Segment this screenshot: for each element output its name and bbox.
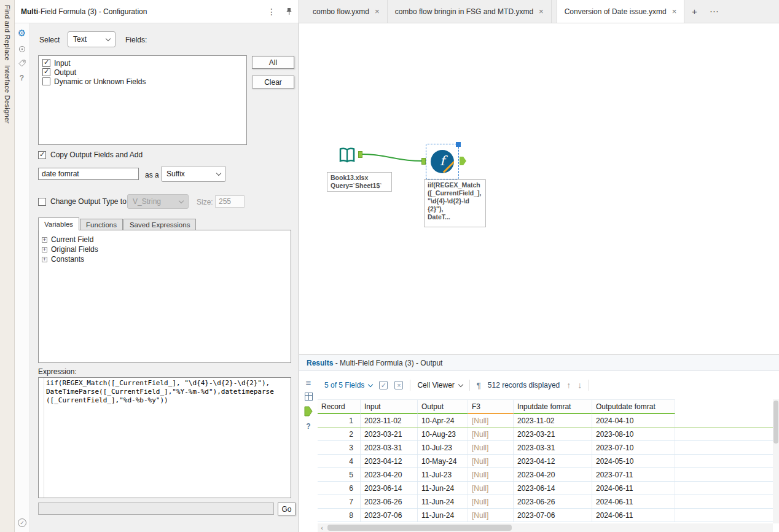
size-input[interactable]	[215, 195, 245, 208]
table-row[interactable]: 4 2023-04-12 10-May-24 [Null] 2023-04-12…	[318, 455, 773, 468]
checkbox-dynamic-field[interactable]	[42, 77, 50, 85]
output-anchor-arrow[interactable]	[460, 157, 466, 165]
table-header-row: Record Input Output F3 Inputdate fomrat …	[318, 399, 773, 414]
help-icon[interactable]: ?	[306, 422, 310, 431]
expression-search-input[interactable]	[38, 503, 274, 515]
find-replace-vtab[interactable]: Find and Replace	[0, 5, 15, 61]
config-icon-rail: ⚙ ? ✓	[15, 23, 29, 532]
workflow-canvas[interactable]: f Book13.xlsx Query=`Sheet1$` iif(REGEX_…	[299, 23, 779, 354]
scroll-left-button[interactable]: ‹	[318, 524, 326, 531]
select-all-fields-icon[interactable]: ✓	[379, 381, 388, 389]
help-icon[interactable]: ?	[20, 74, 24, 82]
column-header-outputdate[interactable]: Outputdate fomrat	[592, 399, 675, 414]
results-icon-rail: ≡ ?	[299, 371, 318, 523]
results-table: Record Input Output F3 Inputdate fomrat …	[318, 399, 773, 523]
suffix-type-dropdown[interactable]: Suffix	[161, 166, 226, 182]
navigation-icon[interactable]	[18, 45, 26, 53]
tab-combo-flow-fsg-mtd[interactable]: combo flow bringin in FSG and MTD.yxmd ×	[388, 0, 552, 23]
input-tool-caption[interactable]: Book13.xlsx Query=`Sheet1$`	[327, 172, 392, 192]
cell-output: 10-Jul-23	[418, 441, 468, 454]
expand-icon[interactable]	[42, 247, 47, 252]
multi-field-formula-tool[interactable]: f	[431, 150, 454, 173]
column-header-input[interactable]: Input	[361, 399, 418, 414]
field-item-label: Output	[54, 68, 76, 77]
deselect-fields-icon[interactable]: ×	[394, 381, 403, 389]
column-header-record[interactable]: Record	[318, 399, 361, 414]
table-row[interactable]: 3 2023-03-31 10-Jul-23 [Null] 2023-03-31…	[318, 441, 773, 455]
column-header-f3[interactable]: F3	[468, 399, 514, 414]
pin-icon[interactable]	[286, 7, 292, 15]
checkbox-input-field[interactable]	[42, 59, 50, 67]
vertical-scrollbar[interactable]	[773, 399, 779, 523]
table-row[interactable]: 7 2023-06-26 11-Jun-24 [Null] 2023-06-26…	[318, 495, 773, 509]
tree-item-constants[interactable]: Constants	[42, 254, 288, 264]
field-list[interactable]: Input Output Dynamic or Unknown Fields	[38, 55, 247, 145]
input-data-tool[interactable]	[335, 144, 359, 167]
panel-title-bold: Multi	[21, 7, 38, 16]
tree-item-original-fields[interactable]: Original Fields	[42, 244, 288, 254]
field-item-dynamic[interactable]: Dynamic or Unknown Fields	[42, 77, 243, 86]
formula-tool-annotation[interactable]: iif(REGEX_Match ([_CurrentField_], "\d{4…	[424, 179, 486, 227]
grid-view-icon[interactable]	[305, 393, 313, 401]
clear-button[interactable]: Clear	[252, 76, 294, 88]
checkbox-output-field[interactable]	[42, 68, 50, 76]
up-arrow-button[interactable]: ↑	[566, 380, 571, 390]
field-type-dropdown[interactable]: Text	[68, 31, 115, 47]
toolbar-separator	[589, 380, 589, 391]
output-anchor[interactable]	[358, 151, 362, 158]
field-item-label: Input	[54, 59, 71, 68]
table-row[interactable]: 8 2023-07-06 11-Jun-24 [Null] 2023-07-06…	[318, 509, 773, 522]
tab-saved-expressions[interactable]: Saved Expressions	[123, 219, 196, 230]
column-header-output[interactable]: Output	[418, 399, 468, 414]
expand-icon[interactable]	[42, 257, 47, 262]
expression-label: Expression:	[38, 367, 77, 376]
field-item-input[interactable]: Input	[42, 58, 243, 68]
input-anchor[interactable]	[421, 158, 426, 165]
cell-viewer-dropdown[interactable]: Cell Viewer	[417, 381, 462, 389]
close-icon[interactable]: ×	[375, 7, 380, 16]
close-icon[interactable]: ×	[539, 7, 544, 16]
table-row[interactable]: 2 2023-03-21 10-Aug-23 [Null] 2023-03-21…	[318, 428, 773, 441]
tab-variables[interactable]: Variables	[38, 217, 79, 230]
list-view-icon[interactable]: ≡	[306, 378, 311, 387]
kebab-menu-icon[interactable]: ⋮	[267, 7, 276, 17]
selection-handle[interactable]	[456, 142, 461, 147]
output-type-dropdown[interactable]: V_String	[127, 194, 189, 209]
tab-functions[interactable]: Functions	[80, 219, 123, 230]
down-arrow-button[interactable]: ↓	[577, 380, 582, 390]
field-item-output[interactable]: Output	[42, 68, 243, 77]
variables-tree[interactable]: Current Field Original Fields Constants	[38, 230, 291, 363]
cell-f3: [Null]	[468, 509, 514, 522]
expand-icon[interactable]	[42, 237, 47, 243]
table-row[interactable]: 5 2023-04-20 11-Jul-23 [Null] 2023-04-20…	[318, 468, 773, 482]
column-header-inputdate[interactable]: Inputdate fomrat	[514, 399, 592, 414]
table-row[interactable]: 6 2023-06-14 11-Jun-24 [Null] 2023-06-14…	[318, 482, 773, 495]
tree-item-label: Constants	[51, 255, 84, 264]
copy-output-checkbox[interactable]	[38, 151, 46, 159]
chevron-down-icon	[458, 381, 463, 386]
horizontal-scrollbar[interactable]: ‹	[318, 523, 773, 532]
interface-designer-vtab[interactable]: Interface Designer	[0, 65, 15, 123]
fields-dropdown[interactable]: 5 of 5 Fields	[324, 381, 372, 389]
scrollbar-thumb[interactable]	[773, 401, 778, 444]
new-tab-button[interactable]: +	[684, 0, 704, 23]
tab-conversion-of-date-issue[interactable]: Conversion of Date issue.yxmd ×	[557, 0, 685, 23]
check-circle-icon[interactable]: ✓	[18, 518, 26, 527]
output-anchor-icon[interactable]	[304, 406, 313, 417]
go-button[interactable]: Go	[278, 503, 296, 515]
gear-icon[interactable]: ⚙	[18, 28, 26, 39]
suffix-text-input[interactable]	[38, 168, 139, 180]
table-row[interactable]: 1 2023-11-02 10-Apr-24 [Null] 2023-11-02…	[318, 414, 773, 428]
more-tabs-button[interactable]: ⋯	[704, 0, 724, 23]
records-count: 512 records displayed	[488, 381, 560, 389]
cell-input: 2023-04-12	[361, 455, 418, 467]
all-button[interactable]: All	[252, 56, 294, 69]
tag-icon[interactable]	[18, 60, 26, 67]
change-output-type-checkbox[interactable]	[38, 198, 46, 206]
tree-item-current-field[interactable]: Current Field	[42, 235, 288, 244]
pilcrow-icon[interactable]: ¶	[477, 381, 481, 390]
expression-editor[interactable]: iif(REGEX_Match([_CurrentField_], "\d{4}…	[38, 377, 291, 498]
tab-combo-flow[interactable]: combo flow.yxmd ×	[305, 0, 388, 23]
close-icon[interactable]: ×	[672, 7, 677, 16]
scrollbar-thumb[interactable]	[327, 525, 512, 531]
